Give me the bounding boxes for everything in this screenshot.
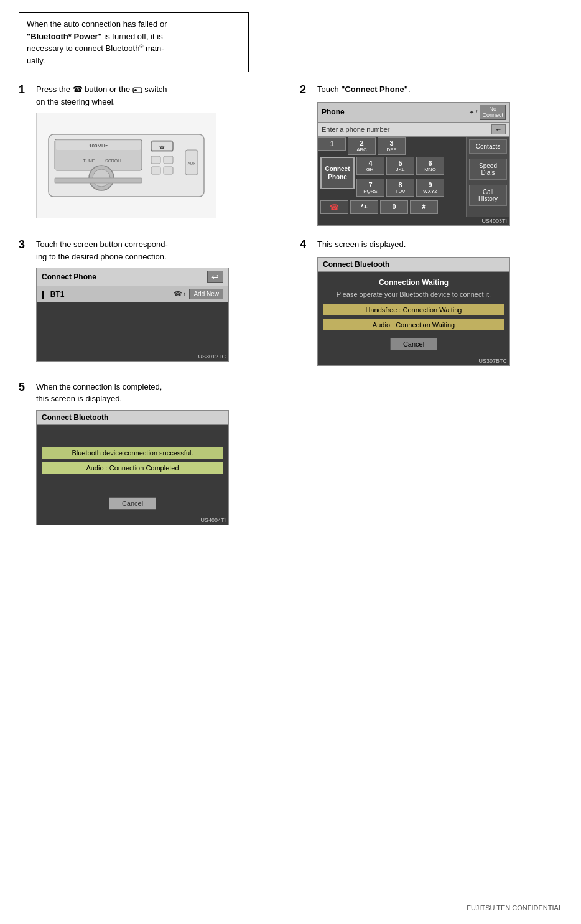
svg-rect-16 (164, 167, 173, 174)
step-5-number: 5 (19, 381, 31, 394)
key-1[interactable]: 1 (318, 137, 346, 151)
step-3-text: Touch the screen button correspond-ing t… (36, 238, 168, 263)
cbt-status-title: Connection Waiting (379, 278, 449, 287)
step-2-bold: "Connect Phone" (341, 85, 408, 94)
key-8-letters: TUV (391, 189, 410, 194)
step-2-number: 2 (300, 83, 312, 97)
cbt-handsfree-status: Handsfree : Connection Waiting (323, 304, 504, 315)
step-5-line2: this screen is displayed. (36, 394, 122, 403)
step-1-image: 100MHz TUNE SCROLL ☎ (36, 113, 216, 218)
svg-rect-17 (55, 178, 142, 183)
svg-text:SCROLL: SCROLL (105, 159, 123, 163)
key-9[interactable]: 9 WXYZ (416, 179, 444, 197)
connect-phone-screen-step3: Connect Phone ↩ ▌ BT1 ☎ › Add New US3012… (36, 268, 229, 362)
key-7-letters: PQRS (361, 189, 380, 194)
keypad-row-2: 4 GHI 5 JKL 6 MNO (356, 157, 444, 175)
key-hash[interactable]: # (410, 200, 438, 214)
phone-input-row: Enter a phone number ← (318, 123, 509, 137)
svg-text:AUX: AUX (188, 162, 195, 166)
call-history-button[interactable]: CallHistory (469, 185, 507, 206)
cbt-cancel-button[interactable]: Cancel (390, 338, 437, 350)
phone-keypad-area: 1 2 ABC 3 DEF (318, 137, 466, 217)
keypad-bottom-row: ☎ *+ 0 # (318, 200, 466, 217)
step-2-header: 2 Touch "Connect Phone". (300, 83, 562, 97)
cp-arrow-icon: › (184, 290, 186, 298)
step-5-line1: When the connection is completed, (36, 382, 162, 391)
cbt-header: Connect Bluetooth (318, 258, 509, 272)
cbt-success-msg: Bluetooth device connection successful. (42, 447, 223, 459)
phone-input-label: Enter a phone number (322, 126, 389, 133)
cp-device-name: BT1 (50, 290, 170, 299)
key-0[interactable]: 0 (380, 200, 408, 214)
cp-header: Connect Phone ↩ (37, 268, 228, 286)
step-3: 3 Touch the screen button correspond-ing… (19, 238, 281, 366)
cp-device-icons: ☎ › (174, 290, 186, 298)
key-6[interactable]: 6 MNO (416, 157, 444, 175)
connect-phone-button[interactable]: ConnectPhone (320, 157, 355, 189)
connect-bt-screen-step5: Connect Bluetooth Bluetooth device conne… (36, 410, 229, 525)
no-connect-button[interactable]: NoConnect (480, 105, 506, 121)
cbt-audio-status: Audio : Connection Waiting (323, 319, 504, 330)
key-2-letters: ABC (352, 147, 371, 152)
step-5-text: When the connection is completed, this s… (36, 381, 162, 405)
add-new-button[interactable]: Add New (189, 289, 223, 299)
key-3-letters: DEF (382, 147, 401, 152)
key-3-num: 3 (382, 139, 401, 147)
end-call-key[interactable]: ☎ (320, 200, 348, 214)
svg-text:100MHz: 100MHz (89, 143, 108, 149)
key-5-letters: JKL (391, 167, 410, 172)
key-3[interactable]: 3 DEF (378, 137, 406, 155)
key-2[interactable]: 2 ABC (348, 137, 376, 155)
cp-back-button[interactable]: ↩ (207, 271, 223, 283)
right-keys-col: 4 GHI 5 JKL 6 MNO (356, 157, 444, 198)
step-4-header: 4 This screen is displayed. (300, 238, 562, 252)
key-hash-num: # (422, 203, 425, 210)
backspace-button[interactable]: ← (491, 124, 506, 134)
svg-rect-15 (151, 167, 160, 174)
key-7-num: 7 (361, 181, 380, 189)
cbt-success-body: Bluetooth device connection successful. … (37, 425, 228, 516)
cp-device-row[interactable]: ▌ BT1 ☎ › Add New (37, 286, 228, 302)
registered-mark: ® (139, 44, 143, 49)
step-1-number: 1 (19, 83, 31, 97)
key-1-num: 1 (330, 140, 333, 147)
phone-body: 1 2 ABC 3 DEF (318, 137, 509, 217)
cbt-cancel-button-step5[interactable]: Cancel (109, 497, 156, 510)
step-1-header: 1 Press the ☎ button or the switchon the… (19, 83, 281, 108)
step-2: 2 Touch "Connect Phone". Phone ✦ / NoCon… (300, 83, 562, 226)
cbt-header-step5: Connect Bluetooth (37, 411, 228, 425)
step-4-text: This screen is displayed. (317, 238, 406, 251)
key-5[interactable]: 5 JKL (386, 157, 414, 175)
connect-phone-col: 1 (318, 137, 346, 155)
key-2-num: 2 (352, 139, 371, 147)
screen-code-step2: US4003TI (318, 217, 509, 225)
key-4[interactable]: 4 GHI (356, 157, 384, 175)
step-1-text: Press the ☎ button or the switchon the s… (36, 83, 167, 108)
warning-bold-text: "Bluetooth* Power" (27, 32, 102, 41)
key-star-num: *+ (361, 203, 368, 210)
key-4-letters: GHI (361, 167, 380, 172)
steps-grid: 1 Press the ☎ button or the switchon the… (19, 83, 562, 366)
screen-code-step5: US4004TI (37, 516, 228, 525)
key-8[interactable]: 8 TUV (386, 179, 414, 197)
contacts-button[interactable]: Contacts (469, 139, 507, 154)
phone-header: Phone ✦ / NoConnect (318, 103, 509, 123)
key-7[interactable]: 7 PQRS (356, 179, 384, 197)
key-star[interactable]: *+ (350, 200, 378, 214)
warning-text: When the auto connection has failed or "… (27, 19, 167, 65)
phone-title: Phone (322, 108, 345, 116)
screen-code-step3: US3012TC (37, 352, 228, 361)
car-stereo-svg: 100MHz TUNE SCROLL ☎ (42, 116, 210, 215)
connect-bt-screen-step4: Connect Bluetooth Connection Waiting Ple… (317, 257, 510, 366)
keypad-row-1: 1 2 ABC 3 DEF (318, 137, 466, 155)
keypad-row-3: 7 PQRS 8 TUV 9 WXYZ (356, 179, 444, 197)
step-5-header: 5 When the connection is completed, this… (19, 381, 562, 405)
key-9-num: 9 (421, 181, 440, 189)
speed-dials-button[interactable]: SpeedDials (469, 159, 507, 180)
key-8-num: 8 (391, 181, 410, 189)
cbt-instruction: Please operate your Bluetooth device to … (337, 291, 491, 298)
warning-box: When the auto connection has failed or "… (19, 12, 249, 72)
step-2-text: Touch "Connect Phone". (317, 83, 411, 96)
key-6-num: 6 (421, 159, 440, 167)
svg-text:☎: ☎ (159, 145, 165, 149)
